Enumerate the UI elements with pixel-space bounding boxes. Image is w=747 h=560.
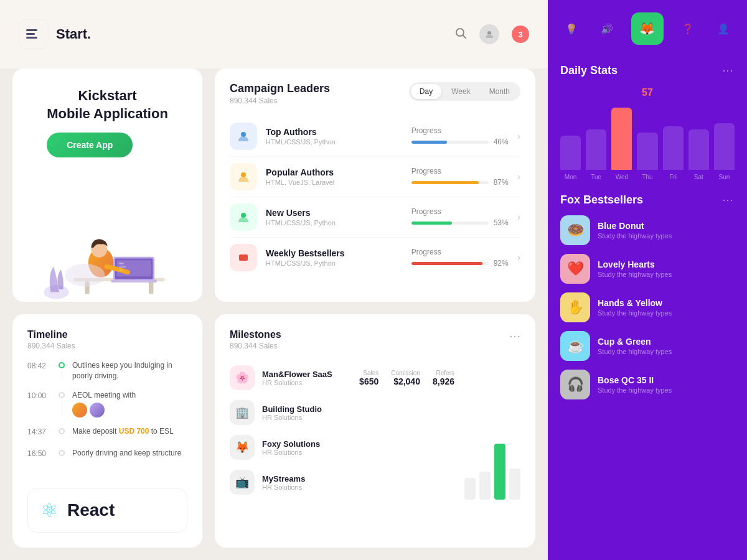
milestones-more[interactable]: ⋯	[509, 329, 520, 343]
product-name: Bose QC 35 II	[598, 375, 672, 385]
fox-bestsellers-more[interactable]: ⋯	[722, 193, 735, 207]
milestone-info: MyStreams HR Solutions	[262, 474, 454, 491]
stat-refers-val: 8,926	[433, 376, 454, 386]
milestones-title: Milestones	[230, 329, 281, 340]
fox-bestseller-item: ✋ Hands & Yellow Study the highway types	[560, 292, 735, 322]
milestone-row: 🏢 Building Studio HR Solutions	[230, 395, 454, 430]
milestones-header: Milestones 890,344 Sales ⋯	[230, 329, 520, 350]
timeline-dot	[59, 362, 65, 368]
chart-bar-wrap: Fri	[663, 126, 684, 180]
fox-bestsellers-title: Fox Bestsellers	[560, 194, 643, 207]
campaign-row-name: New Users	[266, 208, 411, 218]
sidebar-icon-lightbulb[interactable]: 💡	[560, 17, 583, 40]
stat-sales-val: $650	[359, 376, 378, 386]
stat-commission-val: $2,040	[391, 376, 420, 386]
campaign-row-arrow[interactable]: ›	[517, 212, 520, 223]
fox-items-list: 🍩 Blue Donut Study the highway types ❤️ …	[560, 215, 735, 399]
stat-commission: Comission $2,040	[391, 370, 420, 386]
campaign-row: Popular Authors HTML, VueJS, Laravel Pro…	[230, 157, 520, 197]
fox-bestseller-item: 🍩 Blue Donut Study the highway types	[560, 215, 735, 245]
product-sub: Study the highway types	[598, 309, 672, 317]
sidebar-icon-question[interactable]: ❓	[677, 17, 699, 40]
milestone-name: Foxy Solutions	[262, 439, 454, 449]
campaign-row-info: Popular Authors HTML, VueJS, Laravel	[266, 167, 411, 186]
daily-stats-header: Daily Stats ⋯	[560, 63, 735, 77]
timeline-time: 14:37	[27, 426, 51, 439]
campaign-row: Weekly Bestsellers HTML/CSS/JS, Python P…	[230, 238, 520, 278]
campaign-row-name: Top Authors	[266, 127, 411, 137]
tab-week[interactable]: Week	[443, 84, 479, 99]
campaign-row-name: Popular Authors	[266, 167, 411, 177]
timeline-dot-col	[59, 448, 65, 459]
product-thumbnail: ✋	[560, 292, 590, 322]
progress-pct: 46%	[494, 138, 511, 146]
tab-day[interactable]: Day	[411, 84, 441, 99]
sidebar-icon-user[interactable]: 👤	[712, 17, 735, 40]
tab-group: Day Week Month	[409, 82, 520, 101]
timeline-time: 10:00	[27, 390, 51, 418]
milestone-row: 🦊 Foxy Solutions HR Solutions	[230, 430, 454, 465]
create-app-button[interactable]: Create App	[47, 133, 133, 157]
avatar-row	[72, 403, 136, 418]
product-sub: Study the highway types	[598, 271, 672, 278]
svg-rect-1	[26, 33, 35, 35]
stat-sales: Sales $650	[359, 370, 378, 386]
campaign-row-arrow[interactable]: ›	[517, 171, 520, 182]
product-info: Lovely Hearts Study the highway types	[598, 259, 672, 278]
chart-bar-label: Mon	[565, 174, 576, 180]
product-thumbnail: 🎧	[560, 370, 590, 399]
stat-commission-label: Comission	[391, 370, 420, 376]
campaign-row-arrow[interactable]: ›	[517, 252, 520, 263]
milestone-row: 🌸 Man&Flower SaaS HR Solutions Sales $65…	[230, 360, 454, 395]
milestone-bar	[464, 478, 476, 500]
milestone-icon: 🏢	[230, 400, 255, 425]
tab-month[interactable]: Month	[481, 84, 519, 99]
logo-icon	[19, 19, 49, 49]
milestone-sub: HR Solutions	[262, 414, 454, 421]
milestone-name: MyStreams	[262, 474, 454, 483]
campaign-row-arrow[interactable]: ›	[517, 131, 520, 142]
react-section: ⚛ React	[27, 488, 187, 533]
milestone-bar	[509, 469, 520, 500]
search-button[interactable]	[454, 27, 467, 42]
milestone-rows: 🌸 Man&Flower SaaS HR Solutions Sales $65…	[230, 360, 454, 500]
svg-point-20	[241, 132, 246, 137]
sidebar-icon-sound[interactable]: 🔊	[596, 17, 618, 40]
daily-stats-more[interactable]: ⋯	[722, 63, 735, 77]
timeline-dot-col	[59, 360, 65, 381]
progress-bar-wrap: 92%	[411, 259, 511, 268]
chart-bar-label: Wed	[616, 174, 628, 180]
timeline-time: 08:42	[27, 360, 51, 381]
avatar	[72, 403, 87, 418]
timeline-item: 16:50 Poorly driving and keep structure	[27, 448, 187, 459]
chart-bars: Mon Tue Wed Thu Fri Sat Sun	[560, 106, 735, 180]
timeline-subtitle: 890,344 Sales	[27, 342, 187, 350]
header: Start. 3	[0, 0, 548, 68]
timeline-dot-col	[59, 426, 65, 439]
chart-bar-label: Tue	[591, 174, 601, 180]
product-info: Cup & Green Study the highway types	[598, 337, 672, 355]
milestone-row: 📺 MyStreams HR Solutions	[230, 465, 454, 500]
campaign-rows: Top Authors HTML/CSS/JS, Python Progress…	[230, 116, 520, 278]
chart-bar	[586, 129, 606, 170]
user-icon[interactable]	[479, 24, 499, 44]
chart-bar-wrap: Sun	[714, 123, 735, 180]
product-thumbnail: 🍩	[560, 215, 590, 245]
fox-bestseller-item: 🎧 Bose QC 35 II Study the highway types	[560, 370, 735, 399]
milestones-card: Milestones 890,344 Sales ⋯ 🌸 Man&Flower …	[215, 314, 535, 548]
svg-point-21	[241, 172, 246, 177]
milestone-name: Building Studio	[262, 404, 454, 414]
notification-badge[interactable]: 3	[512, 26, 529, 43]
sidebar-icon-fox[interactable]: 🦊	[631, 12, 664, 45]
progress-pct: 53%	[494, 218, 511, 227]
header-right: 3	[454, 24, 529, 44]
product-name: Lovely Hearts	[598, 259, 672, 269]
milestone-icon: 🦊	[230, 435, 255, 460]
progress-pct: 87%	[494, 178, 511, 187]
logo-text: Start.	[56, 26, 91, 42]
sidebar-content: Daily Stats ⋯ 57 Mon Tue Wed Thu Fri Sat…	[548, 57, 747, 560]
react-label: React	[67, 500, 115, 520]
milestone-sub: HR Solutions	[262, 449, 454, 456]
campaign-subtitle: 890,344 Sales	[230, 96, 330, 105]
progress-bar-fill	[411, 181, 479, 184]
